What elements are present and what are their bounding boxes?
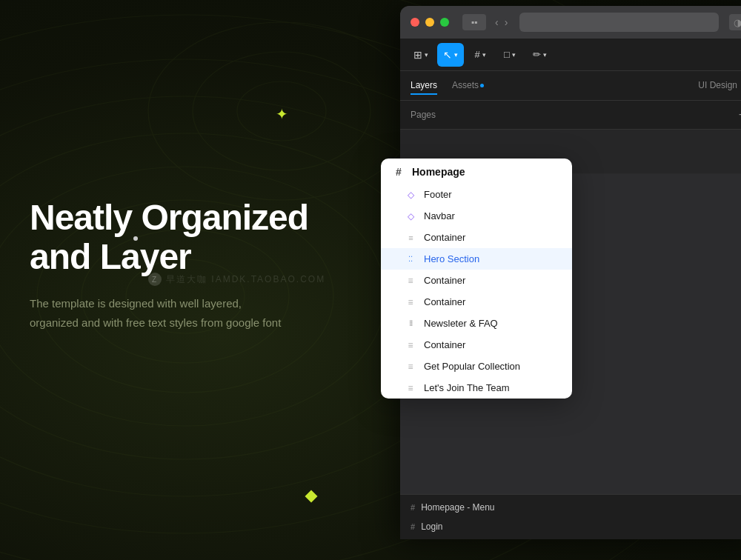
bottom-layer-homepage-menu[interactable]: # Homepage - Menu bbox=[400, 498, 741, 517]
sidebar-toggle-btn[interactable]: ▪▪ bbox=[462, 14, 486, 30]
pen-icon: ✏ bbox=[533, 49, 541, 60]
traffic-light-green[interactable] bbox=[440, 18, 449, 27]
tab-layers[interactable]: Layers bbox=[411, 77, 437, 95]
watermark-circle: Z bbox=[148, 273, 162, 286]
tab-ui-design[interactable]: UI Design ∧ bbox=[698, 77, 741, 95]
newsletter-icon: ⁞⁞ bbox=[405, 319, 416, 328]
browser-titlebar: ▪▪ ‹ › ◑ bbox=[400, 6, 741, 39]
traffic-light-yellow[interactable] bbox=[425, 18, 434, 27]
hash-icon-2: # bbox=[411, 522, 415, 531]
hash-icon-homepage: # bbox=[393, 166, 405, 178]
toolbar-pen-btn[interactable]: ✏ ▾ bbox=[526, 43, 553, 67]
toolbar-frame-btn[interactable]: # ▾ bbox=[467, 43, 494, 67]
watermark: Z 早道大咖 IAMDK.TAOBAO.COM bbox=[148, 273, 325, 286]
container-icon-4: ≡ bbox=[405, 340, 416, 350]
collection-icon: ≡ bbox=[405, 361, 416, 372]
bottom-layer-login[interactable]: # Login bbox=[400, 517, 741, 536]
add-page-btn[interactable]: + bbox=[739, 108, 741, 121]
pages-label: Pages bbox=[411, 110, 436, 120]
grid-icon: ⊞ bbox=[413, 49, 422, 61]
container-icon-3: ≡ bbox=[405, 297, 416, 307]
layer-lets-join-team[interactable]: ≡ Let's Join The Team bbox=[381, 377, 572, 399]
container-icon-2: ≡ bbox=[405, 276, 416, 286]
traffic-light-red[interactable] bbox=[411, 18, 419, 27]
sub-text: The template is designed with well layer… bbox=[30, 294, 282, 332]
layer-get-popular-collection[interactable]: ≡ Get Popular Collection bbox=[381, 356, 572, 377]
select-icon: ↖ bbox=[443, 49, 452, 61]
layer-container-2[interactable]: ≡ Container bbox=[381, 270, 572, 291]
layer-hero-section[interactable]: ⁚⁚ Hero Section bbox=[381, 248, 572, 270]
layer-container-3[interactable]: ≡ Container bbox=[381, 291, 572, 313]
diamond-icon-navbar: ◇ bbox=[405, 211, 416, 221]
diamond-icon-footer: ◇ bbox=[405, 190, 416, 200]
assets-modified-dot bbox=[480, 84, 484, 87]
layer-homepage[interactable]: # Homepage bbox=[381, 159, 572, 184]
extension-icon[interactable]: ◑ bbox=[729, 14, 741, 30]
toolbar-shape-btn[interactable]: □ ▾ bbox=[496, 43, 523, 67]
frame-icon: # bbox=[474, 49, 479, 60]
nav-forward-btn[interactable]: › bbox=[505, 16, 508, 28]
pages-section: Pages + bbox=[400, 101, 741, 130]
layer-container-1[interactable]: ≡ Container bbox=[381, 227, 572, 248]
join-icon: ≡ bbox=[405, 383, 416, 393]
bottom-layers: # Homepage - Menu # Login bbox=[400, 494, 741, 539]
main-heading: Neatly Organized and Layer bbox=[30, 199, 370, 277]
layers-dropdown: # Homepage ◇ Footer ◇ Navbar ≡ Container… bbox=[381, 159, 572, 399]
container-icon-1: ≡ bbox=[405, 233, 416, 242]
nav-back-btn[interactable]: ‹ bbox=[495, 16, 499, 28]
browser-controls: ▪▪ bbox=[462, 14, 486, 30]
layer-container-4[interactable]: ≡ Container bbox=[381, 334, 572, 356]
figma-toolbar: ⊞ ▾ ↖ ▾ # ▾ □ ▾ ✏ ▾ bbox=[400, 39, 741, 71]
hero-icon: ⁚⁚ bbox=[405, 255, 416, 263]
hash-icon: # bbox=[411, 503, 415, 512]
toolbar-select-btn[interactable]: ↖ ▾ bbox=[437, 43, 464, 67]
layer-newsletter-faq[interactable]: ⁞⁞ Newsleter & FAQ bbox=[381, 313, 572, 334]
layer-footer[interactable]: ◇ Footer bbox=[381, 184, 572, 205]
panel-tabs: Layers Assets UI Design ∧ bbox=[400, 71, 741, 101]
layer-navbar[interactable]: ◇ Navbar bbox=[381, 205, 572, 227]
tab-assets[interactable]: Assets bbox=[452, 77, 484, 95]
shape-icon: □ bbox=[504, 49, 510, 60]
toolbar-grid-btn[interactable]: ⊞ ▾ bbox=[408, 43, 434, 67]
url-bar[interactable] bbox=[519, 13, 719, 32]
